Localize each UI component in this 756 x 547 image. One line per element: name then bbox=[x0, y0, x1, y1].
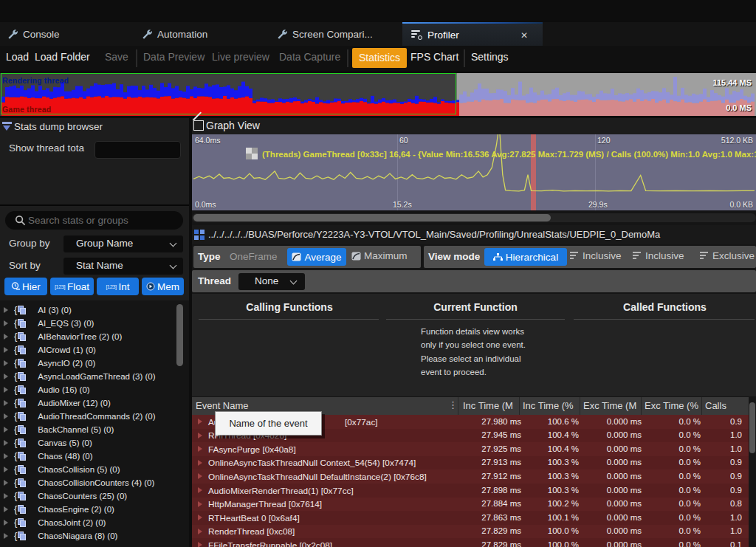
view-mode-hierarchical[interactable]: Hierarchical bbox=[484, 248, 567, 266]
load-folder-button[interactable]: Load Folder bbox=[35, 51, 90, 63]
type-average-option[interactable]: Average bbox=[287, 248, 346, 266]
tree-item[interactable]: {Canvas (5) (0) bbox=[0, 436, 189, 450]
show-thread-totals-input[interactable] bbox=[94, 141, 181, 159]
expand-arrow-icon[interactable] bbox=[4, 387, 8, 393]
filter-hier-button[interactable]: Hier bbox=[4, 278, 47, 295]
table-scrollbar[interactable] bbox=[749, 397, 756, 547]
tree-item[interactable]: {AudioThreadCommands (2) (0) bbox=[0, 410, 189, 423]
expand-arrow-icon[interactable] bbox=[198, 515, 202, 520]
tree-item[interactable]: {AsyncIO (2) (0) bbox=[0, 357, 189, 370]
stats-search-box[interactable]: Search stats or groups bbox=[5, 211, 183, 230]
statistics-button[interactable]: Statistics bbox=[352, 48, 407, 68]
tree-item[interactable]: {Audio (16) (0) bbox=[0, 383, 189, 396]
expand-arrow-icon[interactable] bbox=[198, 460, 202, 466]
live-preview-button[interactable]: Live preview bbox=[212, 51, 269, 63]
graph-view-plot[interactable]: 64.0ms 60 120 512.0 KB 0.0ms 15.2s 29.9s… bbox=[192, 134, 756, 210]
col-inc-time-ms[interactable]: Inc Time (M bbox=[463, 400, 513, 411]
tree-item[interactable]: {ChaosCollision (5) (0) bbox=[0, 463, 189, 476]
graph-hscrollbar-thumb[interactable] bbox=[193, 214, 551, 221]
group-by-dropdown[interactable]: Group Name bbox=[63, 235, 183, 252]
event-table-row[interactable]: RTHeartBeat 0 [0x6af4]27.863 ms100.1 %0.… bbox=[192, 511, 756, 525]
tree-item[interactable]: {ChaosEngine (2) (0) bbox=[0, 503, 189, 516]
fps-chart-button[interactable]: FPS Chart bbox=[410, 51, 458, 63]
event-table-row[interactable]: FFileTransferRunnable [0x2c08]27.829 ms1… bbox=[192, 538, 756, 547]
event-table-row[interactable]: HttpManagerThread [0x7614]27.884 ms100.2… bbox=[192, 498, 756, 512]
tab-console[interactable]: Console bbox=[7, 22, 60, 46]
expand-arrow-icon[interactable] bbox=[198, 473, 202, 479]
save-button[interactable]: Save bbox=[105, 51, 128, 63]
col-calls[interactable]: Calls bbox=[705, 400, 726, 411]
collapse-panel-icon[interactable] bbox=[2, 122, 12, 131]
tree-item[interactable]: {AsyncLoadGameThread (3) (0) bbox=[0, 370, 189, 383]
data-preview-button[interactable]: Data Preview bbox=[143, 51, 205, 63]
expand-arrow-icon[interactable] bbox=[4, 480, 8, 486]
tree-item[interactable]: {Chaos (48) (0) bbox=[0, 450, 189, 463]
load-button[interactable]: Load bbox=[6, 51, 29, 63]
expand-arrow-icon[interactable] bbox=[198, 487, 202, 493]
expand-arrow-icon[interactable] bbox=[4, 427, 8, 433]
sort-by-dropdown[interactable]: Stat Name bbox=[63, 258, 183, 275]
tree-item[interactable]: {BackChannel (5) (0) bbox=[0, 423, 189, 436]
filter-int-button[interactable]: [123] Int bbox=[97, 278, 139, 295]
close-tab-icon[interactable]: ✕ bbox=[520, 30, 528, 41]
tree-item[interactable]: {AICrowd (1) (0) bbox=[0, 343, 189, 357]
expand-arrow-icon[interactable] bbox=[4, 467, 8, 472]
expand-arrow-icon[interactable] bbox=[198, 542, 202, 547]
data-capture-button[interactable]: Data Capture bbox=[279, 51, 340, 63]
tree-item[interactable]: {AudioMixer (12) (0) bbox=[0, 396, 189, 410]
expand-arrow-icon[interactable] bbox=[4, 320, 8, 326]
type-maximum-option[interactable]: Maximum bbox=[351, 250, 408, 261]
expand-arrow-icon[interactable] bbox=[4, 334, 8, 340]
expand-arrow-icon[interactable] bbox=[198, 419, 202, 424]
settings-button[interactable]: Settings bbox=[471, 51, 509, 63]
tree-item[interactable]: {ChaosJoint (2) (0) bbox=[0, 516, 189, 529]
expand-arrow-icon[interactable] bbox=[198, 529, 202, 534]
col-inc-time-pct[interactable]: Inc Time (% bbox=[523, 400, 574, 411]
expand-arrow-icon[interactable] bbox=[4, 493, 8, 499]
view-mode-exclusive[interactable]: Exclusive bbox=[700, 250, 755, 261]
tab-screen-comparison[interactable]: Screen Compari... bbox=[277, 22, 373, 46]
expand-arrow-icon[interactable] bbox=[198, 501, 202, 507]
expand-arrow-icon[interactable] bbox=[4, 400, 8, 406]
session-path-row[interactable]: ../../../../../BUAS/Perforce/Y2223A-Y3-V… bbox=[192, 225, 756, 244]
tree-item[interactable]: {ChaosNiagara (8) (0) bbox=[0, 529, 189, 543]
table-scrollbar-thumb[interactable] bbox=[749, 402, 755, 453]
event-table-row[interactable]: FAsyncPurge [0x40a8]27.925 ms100.4 %0.00… bbox=[192, 442, 756, 456]
session-timeline[interactable]: Rendering thread Game thread 115.44 MS 0… bbox=[0, 73, 756, 116]
type-oneframe-option[interactable]: OneFrame bbox=[230, 251, 278, 262]
tree-item[interactable]: {ChaosCounters (25) (0) bbox=[0, 489, 189, 503]
event-table-row[interactable]: OnlineAsyncTaskThreadNull DefaultInstanc… bbox=[192, 469, 756, 484]
expand-arrow-icon[interactable] bbox=[4, 307, 8, 313]
col-exc-time-pct[interactable]: Exc Time (% bbox=[645, 400, 698, 411]
tree-item[interactable]: {AI (3) (0) bbox=[0, 303, 189, 317]
expand-arrow-icon[interactable] bbox=[4, 520, 8, 526]
col-exc-time-ms[interactable]: Exc Time (M bbox=[583, 400, 636, 411]
filter-mem-button[interactable]: Mem bbox=[142, 278, 184, 295]
filter-float-button[interactable]: [123] Float bbox=[50, 278, 94, 295]
tree-scrollbar-thumb[interactable] bbox=[176, 304, 183, 366]
expand-arrow-icon[interactable] bbox=[4, 506, 8, 512]
expand-arrow-icon[interactable] bbox=[198, 433, 202, 438]
expand-arrow-icon[interactable] bbox=[4, 413, 8, 419]
expand-arrow-icon[interactable] bbox=[198, 446, 202, 452]
tree-item[interactable]: {AI_EQS (3) (0) bbox=[0, 317, 189, 330]
expand-arrow-icon[interactable] bbox=[4, 440, 8, 446]
view-mode-inclusive-1[interactable]: Inclusive bbox=[570, 250, 622, 261]
expand-arrow-icon[interactable] bbox=[4, 360, 8, 366]
view-mode-inclusive-2[interactable]: Inclusive bbox=[633, 250, 684, 261]
expand-arrow-icon[interactable] bbox=[4, 374, 8, 379]
expand-arrow-icon[interactable] bbox=[4, 533, 8, 539]
column-options-icon[interactable]: ⋮ bbox=[448, 399, 458, 410]
graph-hscrollbar[interactable] bbox=[192, 213, 756, 222]
expand-arrow-icon[interactable] bbox=[4, 347, 8, 353]
event-table-row[interactable]: OnlineAsyncTaskThreadNull Context_54(54)… bbox=[192, 456, 756, 470]
event-table-row[interactable]: RenderThread [0xc08]27.829 ms100.0 %0.00… bbox=[192, 525, 756, 539]
event-table-row[interactable]: AudioMixerRenderThread(1) [0x77cc]27.898… bbox=[192, 484, 756, 498]
tree-item[interactable]: {AIBehaviorTree (2) (0) bbox=[0, 330, 189, 343]
thread-dropdown[interactable]: None bbox=[238, 273, 305, 290]
tab-profiler[interactable]: Profiler ✕ bbox=[402, 22, 543, 46]
expand-arrow-icon[interactable] bbox=[4, 453, 8, 459]
tree-item[interactable]: {ChaosCollisionCounters (4) (0) bbox=[0, 476, 189, 489]
col-event-name[interactable]: Event Name bbox=[196, 400, 249, 411]
tab-automation[interactable]: Automation bbox=[142, 22, 207, 46]
